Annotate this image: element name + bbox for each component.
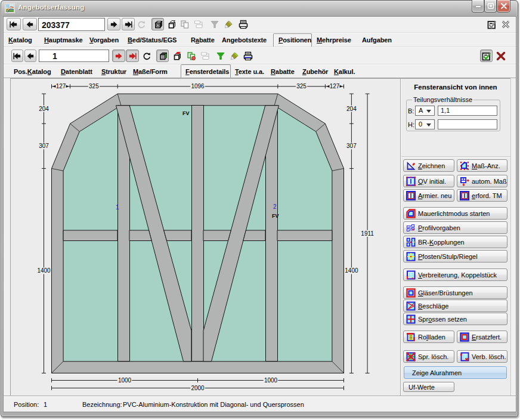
svg-text:1400: 1400 [345,267,358,274]
svg-text:2: 2 [273,203,277,210]
svg-text:127: 127 [330,83,340,89]
svg-text:325: 325 [89,83,99,89]
svg-text:1096: 1096 [191,83,205,89]
svg-text:1: 1 [116,204,119,211]
svg-text:FV: FV [182,110,190,116]
svg-text:204: 204 [346,106,357,112]
svg-text:307: 307 [346,143,357,149]
svg-text:1911: 1911 [361,230,374,237]
svg-text:1400: 1400 [37,267,51,274]
svg-text:127: 127 [56,83,66,89]
svg-text:307: 307 [39,143,49,149]
svg-text:1000: 1000 [264,377,278,384]
svg-text:FV: FV [272,213,279,219]
svg-text:2000: 2000 [191,385,205,391]
svg-text:1000: 1000 [118,377,132,384]
svg-text:325: 325 [296,83,307,89]
svg-text:204: 204 [39,106,49,112]
